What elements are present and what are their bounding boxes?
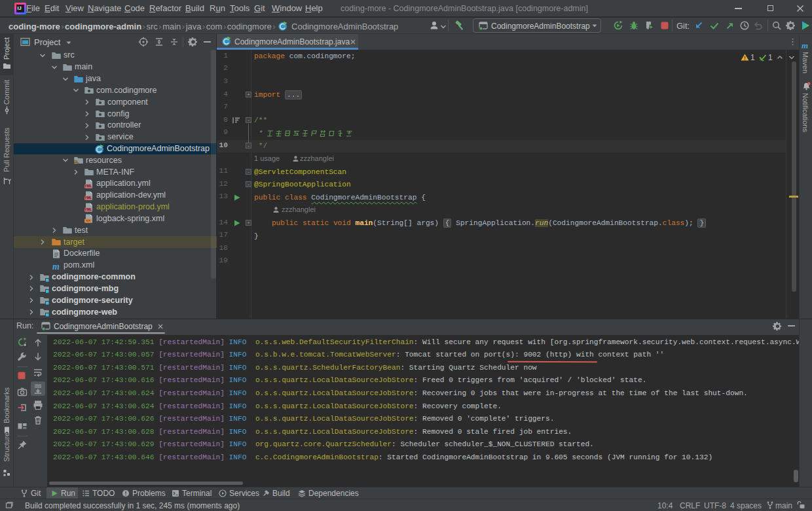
svg-text:YML: YML: [84, 184, 92, 188]
svg-text:<>: <>: [86, 219, 90, 223]
svg-text:YML: YML: [84, 207, 92, 211]
svg-text:YML: YML: [84, 196, 92, 200]
